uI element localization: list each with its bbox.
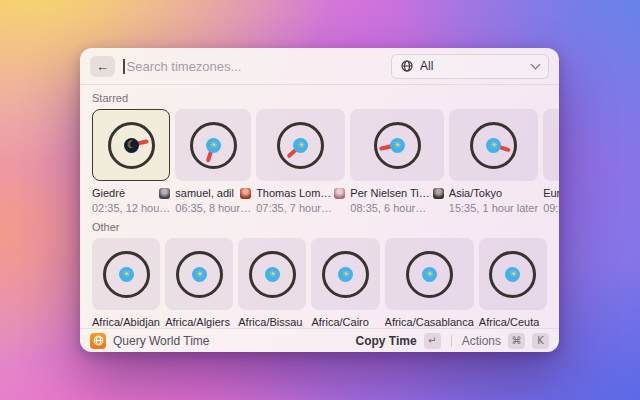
sun-icon: ☀: [486, 138, 501, 153]
list-item[interactable]: ☾ Giedrė 02:35, 12 hou…: [92, 109, 170, 214]
list-item[interactable]: ☀ Africa/Bissau: [238, 238, 306, 328]
cmd-key-icon: ⌘: [508, 333, 525, 349]
other-grid: ☀ Africa/Abidjan ☀ Africa/Algiers ☀: [92, 238, 547, 328]
timezone-time: 15:35, 1 hour later: [449, 202, 538, 214]
list-item[interactable]: ☀ samuel, adil 06:35, 8 hour…: [175, 109, 251, 214]
clock-face: ☀: [322, 251, 369, 298]
timezone-time: 09:35, 5 hour ago: [543, 202, 559, 214]
timezone-card[interactable]: ☀: [311, 238, 379, 310]
sun-icon: ☀: [206, 138, 221, 153]
clock-face: ☀: [374, 122, 421, 169]
k-key-icon: K: [532, 333, 549, 349]
clock-face: ☀: [470, 122, 517, 169]
sun-icon: ☀: [422, 267, 437, 282]
enter-key-icon: ↵: [424, 333, 441, 349]
timezone-card[interactable]: ☀: [385, 238, 474, 310]
clock-face: ☀: [489, 251, 536, 298]
clock-face: ☀: [176, 251, 223, 298]
sun-icon: ☀: [390, 138, 405, 153]
avatar: [159, 188, 170, 199]
sun-icon: ☀: [338, 267, 353, 282]
search-input[interactable]: Search timezones...: [123, 48, 383, 84]
list-item[interactable]: ☀ Africa/Ceuta: [479, 238, 547, 328]
list-item[interactable]: ☀ Africa/Casablanca: [385, 238, 474, 328]
list-item[interactable]: ☀ Thomas Lom… 07:35, 7 hour…: [256, 109, 345, 214]
avatar: [240, 188, 251, 199]
sun-icon: ☀: [192, 267, 207, 282]
timezone-title: samuel, adil: [175, 187, 237, 199]
app-icon-world-globe: [90, 333, 106, 349]
timezone-title: Africa/Cairo: [311, 316, 379, 328]
launcher-window: ← Search timezones... All Starred ☾: [80, 48, 559, 352]
timezone-card[interactable]: ☀: [449, 109, 538, 181]
filter-dropdown[interactable]: All: [391, 54, 549, 79]
timezone-card[interactable]: ☀: [479, 238, 547, 310]
list-item[interactable]: ☀ Per Nielsen Ti… 08:35, 6 hour…: [350, 109, 443, 214]
timezone-card-selected[interactable]: ☾: [92, 109, 170, 181]
moon-icon: ☾: [124, 138, 139, 153]
search-header: ← Search timezones... All: [80, 48, 559, 85]
timezone-card[interactable]: ☀: [175, 109, 251, 181]
timezone-title: Africa/Bissau: [238, 316, 306, 328]
list-item[interactable]: ☀ Africa/Abidjan: [92, 238, 160, 328]
divider: [451, 335, 452, 347]
timezone-title: Africa/Abidjan: [92, 316, 160, 328]
action-bar: Query World Time Copy Time ↵ Actions ⌘ K: [80, 328, 559, 352]
timezone-title: Giedrė: [92, 187, 156, 199]
timezone-card[interactable]: ☀: [256, 109, 345, 181]
timezone-card[interactable]: ☀: [238, 238, 306, 310]
sun-icon: ☀: [293, 138, 308, 153]
clock-face: ☀: [190, 122, 237, 169]
timezone-title: Africa/Casablanca: [385, 316, 474, 328]
timezone-title: Per Nielsen Ti…: [350, 187, 429, 199]
timezone-title: Thomas Lom…: [256, 187, 331, 199]
clock-face: ☀: [277, 122, 324, 169]
copy-time-button[interactable]: Copy Time: [356, 334, 417, 348]
timezone-time: 08:35, 6 hour…: [350, 202, 443, 214]
timezone-card[interactable]: ☀: [350, 109, 443, 181]
clock-face: ☀: [249, 251, 296, 298]
timezone-time: 07:35, 7 hour…: [256, 202, 345, 214]
list-item[interactable]: ☀ Africa/Cairo: [311, 238, 379, 328]
clock-face: ☾: [108, 122, 155, 169]
list-item[interactable]: ☀ Africa/Algiers: [165, 238, 233, 328]
starred-grid: ☾ Giedrė 02:35, 12 hou… ☀ samuel, adil 0…: [92, 109, 547, 214]
filter-selected-value: All: [420, 59, 433, 73]
avatar: [334, 188, 345, 199]
clock-face: ☀: [103, 251, 150, 298]
timezone-card[interactable]: ☀: [165, 238, 233, 310]
search-placeholder: Search timezones...: [127, 59, 242, 74]
clock-face: ☀: [406, 251, 453, 298]
section-label-starred: Starred: [92, 92, 547, 104]
actions-button[interactable]: Actions: [462, 334, 501, 348]
list-item[interactable]: ☀ Asia/Tokyo 15:35, 1 hour later: [449, 109, 538, 214]
sun-icon: ☀: [505, 267, 520, 282]
timezone-card[interactable]: ☀: [543, 109, 559, 181]
text-caret: [123, 59, 125, 74]
back-arrow-icon: ←: [96, 59, 109, 74]
sun-icon: ☀: [119, 267, 134, 282]
chevron-down-icon: [531, 60, 541, 70]
timezone-time: 02:35, 12 hou…: [92, 202, 170, 214]
avatar: [433, 188, 444, 199]
timezone-card[interactable]: ☀: [92, 238, 160, 310]
timezone-title: Europe/Athens: [543, 187, 559, 199]
list-item[interactable]: ☀ Europe/Athens 09:35, 5 hour ago: [543, 109, 559, 214]
results-list: Starred ☾ Giedrė 02:35, 12 hou… ☀: [80, 85, 559, 328]
app-name: Query World Time: [113, 334, 349, 348]
timezone-title: Africa/Algiers: [165, 316, 233, 328]
timezone-title: Africa/Ceuta: [479, 316, 547, 328]
timezone-time: 06:35, 8 hour…: [175, 202, 251, 214]
timezone-title: Asia/Tokyo: [449, 187, 538, 199]
back-button[interactable]: ←: [90, 56, 115, 77]
sun-icon: ☀: [265, 267, 280, 282]
section-label-other: Other: [92, 221, 547, 233]
globe-icon: [401, 60, 413, 72]
